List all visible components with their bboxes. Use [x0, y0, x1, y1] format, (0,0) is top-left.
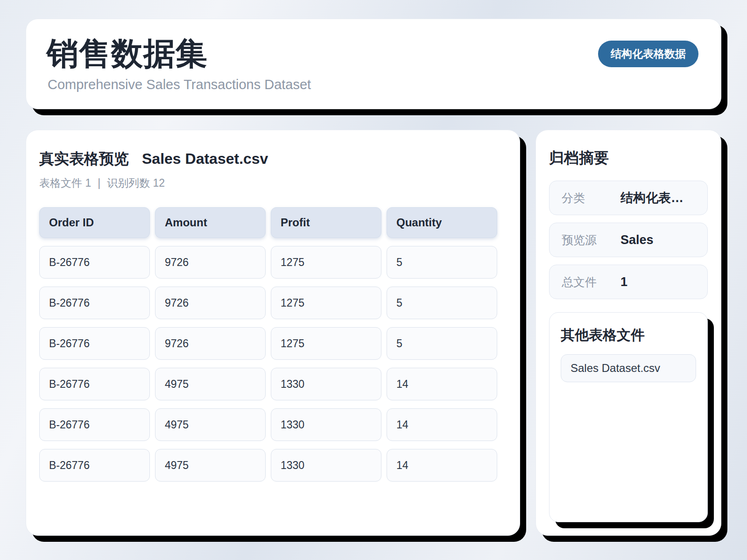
page-title: 销售数据集	[47, 37, 311, 70]
table-cell: 5	[387, 287, 497, 319]
table-cell: 1330	[271, 368, 381, 400]
table-cell: 1330	[271, 408, 381, 441]
summary-sidebar: 归档摘要 分类结构化表…预览源Sales总文件1 其他表格文件 Sales Da…	[536, 130, 721, 536]
file-list-item[interactable]: Sales Dataset.csv	[561, 354, 696, 382]
preview-title: 真实表格预览	[39, 149, 129, 169]
table-cell: 5	[387, 246, 497, 279]
table-cell: 9726	[155, 327, 266, 360]
preview-filename: Sales Dataset.csv	[142, 150, 268, 168]
table-cell: 9726	[155, 287, 266, 319]
table-cell: B-26776	[39, 246, 150, 279]
stat-value: 1	[620, 275, 627, 289]
column-header: Order ID	[39, 207, 150, 238]
page: 销售数据集 Comprehensive Sales Transactions D…	[0, 0, 747, 536]
table-cell: 14	[387, 449, 497, 482]
table-cell: B-26776	[39, 408, 150, 441]
meta-file-count: 表格文件 1	[39, 176, 91, 190]
table-cell: 14	[387, 368, 497, 400]
table-cell: 4975	[155, 449, 266, 482]
meta-separator: |	[98, 177, 100, 189]
header-title-block: 销售数据集 Comprehensive Sales Transactions D…	[47, 37, 311, 93]
other-files-card: 其他表格文件 Sales Dataset.csv	[549, 312, 708, 522]
summary-stat-row: 预览源Sales	[549, 223, 708, 257]
table-cell: 4975	[155, 408, 266, 441]
table-cell: 5	[387, 327, 497, 360]
summary-stat-row: 分类结构化表…	[549, 181, 708, 215]
table-cell: 1275	[271, 246, 381, 279]
column-header: Amount	[155, 207, 266, 238]
page-subtitle: Comprehensive Sales Transactions Dataset	[48, 77, 311, 93]
table-cell: 4975	[155, 368, 266, 400]
table-cell: 14	[387, 408, 497, 441]
table-cell: 1330	[271, 449, 381, 482]
table-cell: 1275	[271, 287, 381, 319]
data-table: Order IDAmountProfitQuantityB-2677697261…	[39, 207, 497, 482]
stat-label: 分类	[562, 190, 620, 206]
preview-meta: 表格文件 1 | 识别列数 12	[39, 176, 497, 190]
table-cell: 1275	[271, 327, 381, 360]
summary-stats: 分类结构化表…预览源Sales总文件1	[549, 181, 708, 299]
table-cell: B-26776	[39, 287, 150, 319]
table-preview-card: 真实表格预览 Sales Dataset.csv 表格文件 1 | 识别列数 1…	[26, 130, 520, 536]
stat-value: Sales	[620, 233, 654, 247]
column-header: Quantity	[387, 207, 497, 238]
table-cell: B-26776	[39, 368, 150, 400]
table-cell: B-26776	[39, 449, 150, 482]
category-badge: 结构化表格数据	[598, 41, 698, 67]
stat-label: 总文件	[562, 274, 620, 290]
table-cell: 9726	[155, 246, 266, 279]
content-row: 真实表格预览 Sales Dataset.csv 表格文件 1 | 识别列数 1…	[26, 130, 721, 536]
other-files-title: 其他表格文件	[561, 326, 696, 345]
column-header: Profit	[271, 207, 381, 238]
file-list: Sales Dataset.csv	[561, 354, 696, 382]
stat-label: 预览源	[562, 232, 620, 248]
table-cell: B-26776	[39, 327, 150, 360]
stat-value: 结构化表…	[620, 189, 684, 206]
preview-title-row: 真实表格预览 Sales Dataset.csv	[39, 149, 497, 169]
summary-title: 归档摘要	[549, 148, 708, 168]
header-card: 销售数据集 Comprehensive Sales Transactions D…	[26, 19, 721, 109]
summary-stat-row: 总文件1	[549, 265, 708, 299]
meta-column-count: 识别列数 12	[107, 176, 165, 190]
